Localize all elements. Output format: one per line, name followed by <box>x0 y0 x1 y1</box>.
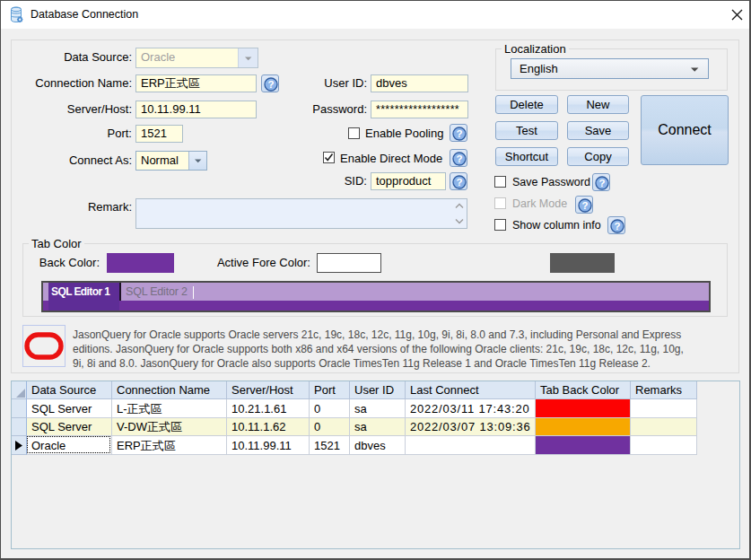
svg-text:?: ? <box>456 177 462 188</box>
svg-text:?: ? <box>456 153 462 164</box>
svg-text:?: ? <box>456 128 462 139</box>
svg-text:?: ? <box>598 178 605 188</box>
svg-text:?: ? <box>614 221 620 232</box>
svg-text:?: ? <box>581 200 588 211</box>
